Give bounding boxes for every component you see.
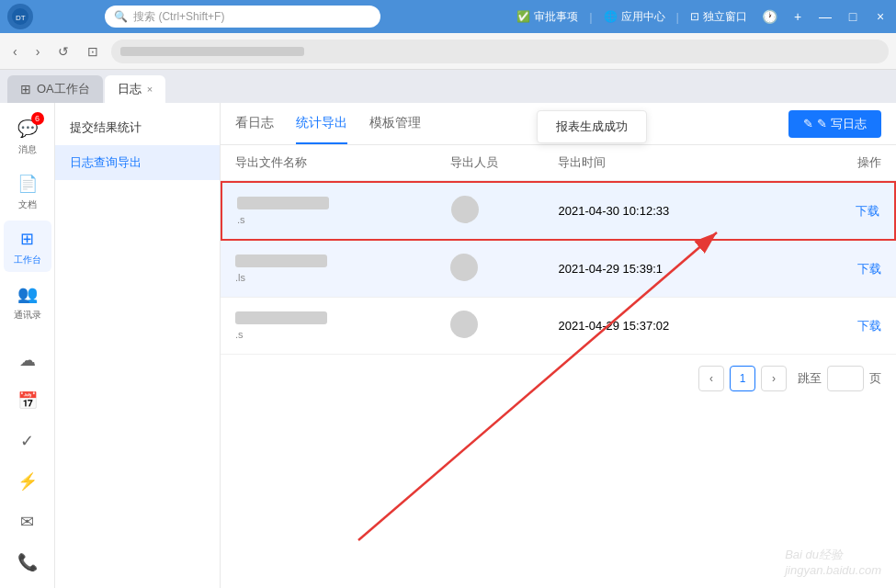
contacts-icon: 👥 xyxy=(15,281,40,307)
add-tab-btn[interactable]: + xyxy=(789,9,806,24)
sidebar-item-task[interactable]: ✓ xyxy=(4,423,51,459)
table-row: .s 2021-04-29 15:37:02 下载 xyxy=(221,298,896,355)
row3-time: 2021-04-29 15:37:02 xyxy=(558,319,773,333)
window-icon: ⊡ xyxy=(690,10,699,23)
task-icon: ✓ xyxy=(15,428,40,454)
table-row: .s 2021-04-30 10:12:33 下载 xyxy=(221,181,896,241)
left-nav: 提交结果统计 日志查询导出 xyxy=(55,103,221,588)
row1-filename: .s xyxy=(237,197,451,225)
tab-oa-workbench[interactable]: ⊞ OA工作台 xyxy=(7,75,103,103)
docs-label: 文档 xyxy=(18,198,37,211)
content-area: 看日志 统计导出 模板管理 报表生成成功 ✎ ✎ 写日志 导出文件名称 导出人员 xyxy=(221,103,896,588)
nav-bar: ‹ › ↺ ⊡ xyxy=(0,33,896,70)
title-bar: DT 🔍 搜索 (Ctrl+Shift+F) ✅ 审批事项 | 🌐 应用中心 |… xyxy=(0,0,896,33)
left-nav-submit-stats[interactable]: 提交结果统计 xyxy=(55,110,220,145)
workbench-icon: ⊞ xyxy=(15,226,40,252)
sidebar-item-cloud[interactable]: ☁ xyxy=(4,342,51,379)
sidebar-item-messages[interactable]: 💬 6 消息 xyxy=(4,110,51,162)
forward-btn[interactable]: › xyxy=(30,40,46,62)
table-header: 导出文件名称 导出人员 导出时间 操作 xyxy=(221,145,896,181)
table-row: .ls 2021-04-29 15:39:1 下载 xyxy=(221,241,896,298)
row3-action: 下载 xyxy=(774,318,881,334)
sidebar-item-flash[interactable]: ⚡ xyxy=(4,463,51,500)
tab-close-icon[interactable]: × xyxy=(147,84,153,95)
left-nav-journal-export[interactable]: 日志查询导出 xyxy=(55,145,220,180)
next-page-btn[interactable]: › xyxy=(761,366,787,391)
sidebar-item-calendar[interactable]: 📅 xyxy=(4,382,51,419)
standalone-action[interactable]: ⊡ 独立窗口 xyxy=(690,9,747,25)
mail-icon: ✉ xyxy=(15,509,40,535)
svg-text:DT: DT xyxy=(16,14,26,22)
app-center-action[interactable]: 🌐 应用中心 xyxy=(604,9,665,25)
journal-tab-label: 日志 xyxy=(118,81,142,97)
search-bar[interactable]: 🔍 搜索 (Ctrl+Shift+F) xyxy=(105,6,380,28)
oa-tab-icon: ⊞ xyxy=(20,82,31,96)
search-icon: 🔍 xyxy=(114,10,128,23)
contacts-label: 通讯录 xyxy=(14,309,41,322)
row3-download-link[interactable]: 下载 xyxy=(857,319,881,333)
cloud-icon: ☁ xyxy=(15,347,40,373)
calendar-icon: 📅 xyxy=(15,388,40,413)
tab-template-mgmt[interactable]: 模板管理 xyxy=(369,104,421,144)
prev-page-btn[interactable]: ‹ xyxy=(698,366,724,391)
minimize-btn[interactable]: — xyxy=(817,9,834,24)
success-tooltip: 报表生成成功 xyxy=(537,110,647,143)
tab-view-journal[interactable]: 看日志 xyxy=(235,104,274,144)
row2-time: 2021-04-29 15:39:1 xyxy=(558,262,773,276)
row2-action: 下载 xyxy=(774,261,881,277)
app-logo: DT xyxy=(7,4,33,29)
approval-action[interactable]: ✅ 审批事项 xyxy=(516,9,578,25)
refresh-btn[interactable]: ↺ xyxy=(52,40,74,62)
page-suffix: 页 xyxy=(869,370,881,387)
write-journal-button[interactable]: ✎ ✎ 写日志 xyxy=(788,110,881,138)
write-icon: ✎ xyxy=(803,117,813,130)
row1-time: 2021-04-30 10:12:33 xyxy=(559,204,773,218)
sidebar-icons: 💬 6 消息 📄 文档 ⊞ 工作台 👥 通讯录 ☁ 📅 ✓ ⚡ xyxy=(0,103,55,588)
close-btn[interactable]: × xyxy=(872,9,889,24)
row2-person xyxy=(450,254,558,284)
row1-download-link[interactable]: 下载 xyxy=(856,204,879,218)
workbench-label: 工作台 xyxy=(14,254,41,266)
history-btn[interactable]: 🕐 xyxy=(762,9,778,24)
messages-badge: 6 xyxy=(31,112,44,125)
col-header-person: 导出人员 xyxy=(450,154,558,171)
content-wrapper: 导出文件名称 导出人员 导出时间 操作 .s 2021-04-30 10:12:… xyxy=(221,145,896,588)
tab-journal[interactable]: 日志 × xyxy=(105,75,165,103)
sidebar-item-contacts[interactable]: 👥 通讯录 xyxy=(4,276,51,327)
content-tabs: 看日志 统计导出 模板管理 报表生成成功 ✎ ✎ 写日志 xyxy=(221,103,896,145)
window-controls: 🕐 + — □ × xyxy=(762,9,889,24)
url-bar[interactable] xyxy=(111,40,889,63)
row1-action: 下载 xyxy=(773,203,880,220)
col-header-filename: 导出文件名称 xyxy=(235,154,450,171)
main-layout: 💬 6 消息 📄 文档 ⊞ 工作台 👥 通讯录 ☁ 📅 ✓ ⚡ xyxy=(0,103,896,588)
sidebar-item-docs[interactable]: 📄 文档 xyxy=(4,165,51,217)
title-actions: ✅ 审批事项 | 🌐 应用中心 | ⊡ 独立窗口 xyxy=(516,9,747,25)
page-1-btn[interactable]: 1 xyxy=(730,366,755,391)
watermark: Bai du经验 jingyan.baidu.com xyxy=(785,547,881,577)
search-placeholder: 搜索 (Ctrl+Shift+F) xyxy=(133,9,224,25)
pagination: ‹ 1 › 跳至 页 xyxy=(221,355,896,402)
sidebar-item-mail[interactable]: ✉ xyxy=(4,503,51,540)
row2-filename: .ls xyxy=(235,254,450,283)
row1-person xyxy=(451,196,559,226)
row3-person xyxy=(450,311,558,341)
row2-download-link[interactable]: 下载 xyxy=(857,262,881,276)
goto-page-input[interactable] xyxy=(827,366,864,391)
back-btn[interactable]: ‹ xyxy=(7,40,23,62)
expand-btn[interactable]: ⊡ xyxy=(82,40,104,62)
oa-tab-label: OA工作台 xyxy=(37,81,90,97)
goto-label: 跳至 xyxy=(798,370,822,387)
messages-label: 消息 xyxy=(18,143,37,156)
col-header-time: 导出时间 xyxy=(558,154,773,171)
sidebar-item-workbench[interactable]: ⊞ 工作台 xyxy=(4,220,51,272)
apps-icon: 🌐 xyxy=(604,10,618,23)
sidebar-item-checklist[interactable]: ☑ xyxy=(4,584,51,588)
row3-filename: .s xyxy=(235,311,450,340)
phone-icon: 📞 xyxy=(15,549,40,575)
sidebar-item-phone[interactable]: 📞 xyxy=(4,544,51,581)
maximize-btn[interactable]: □ xyxy=(845,9,861,24)
approval-icon: ✅ xyxy=(516,10,530,23)
docs-icon: 📄 xyxy=(15,171,40,197)
tab-stats-export[interactable]: 统计导出 xyxy=(296,104,347,144)
flash-icon: ⚡ xyxy=(15,469,40,494)
